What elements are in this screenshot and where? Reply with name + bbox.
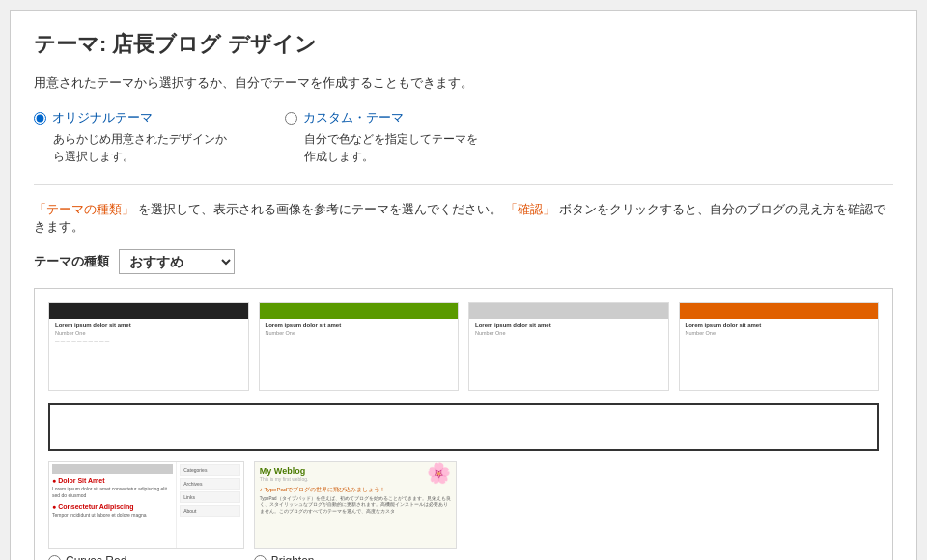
theme-type-row: テーマの種類 おすすめ ビジネス ブログ その他 (34, 249, 893, 274)
theme-header-dark (49, 303, 248, 319)
curves-red-preview-card: ● Dolor Sit Amet Lorem ipsum dolor sit a… (48, 461, 244, 549)
original-theme-option: オリジナルテーマ あらかじめ用意されたデザインから選択します。 (34, 109, 227, 165)
themes-top-row: Lorem ipsum dolor sit amet Number One — … (48, 302, 879, 391)
theme-card-green[interactable]: Lorem ipsum dolor sit amet Number One (259, 302, 460, 391)
brighten-preview-card: My Weblog This is my first weblog. ♪ Typ… (254, 461, 457, 549)
divider (34, 184, 893, 185)
number-light: Number One (475, 330, 662, 337)
info-highlight1: 「テーマの種類」 (34, 202, 134, 216)
brighten-radio[interactable] (254, 555, 267, 561)
theme-content-dark: Lorem ipsum dolor sit amet Number One — … (49, 319, 248, 390)
sidebar-box-2: Archives (180, 478, 240, 490)
custom-desc: 自分で色などを指定してテーマを作成します。 (304, 130, 478, 165)
number-dark: Number One (55, 330, 242, 337)
theme-type-select[interactable]: おすすめ ビジネス ブログ その他 (119, 249, 235, 274)
page-container: テーマ: 店長ブログ デザイン 用意されたテーマから選択するか、自分でテーマを作… (10, 10, 917, 560)
sidebar-box-1: Categories (180, 464, 240, 476)
info-text: 「テーマの種類」 を選択して、表示される画像を参考にテーマを選んでください。 「… (34, 201, 893, 236)
theme-card-dark[interactable]: Lorem ipsum dolor sit amet Number One — … (48, 302, 249, 391)
curves-red-label: Curves Red (66, 554, 126, 560)
brighten-label: Brighten (271, 554, 315, 560)
curves-red-radio[interactable] (48, 555, 61, 561)
custom-theme-option: カスタム・テーマ 自分で色などを指定してテーマを作成します。 (285, 109, 478, 165)
number-green: Number One (266, 330, 453, 337)
lorem-orange: Lorem ipsum dolor sit amet (686, 322, 873, 328)
original-label: オリジナルテーマ (52, 109, 153, 126)
radio-section: オリジナルテーマ あらかじめ用意されたデザインから選択します。 カスタム・テーマ… (34, 109, 893, 165)
theme-content-light: Lorem ipsum dolor sit amet Number One (469, 319, 668, 390)
curves-left-col: ● Dolor Sit Amet Lorem ipsum dolor sit a… (49, 462, 176, 548)
brighten-label-row: Brighten (254, 554, 457, 560)
theme-header-light (469, 303, 668, 319)
curves-right-col: Categories Archives Links About (176, 462, 243, 548)
my-weblog-subtitle: This is my first weblog. (260, 476, 451, 482)
info-text-part1: を選択して、表示される画像を参考にテーマを選んでください。 (138, 202, 502, 216)
theme-card-light[interactable]: Lorem ipsum dolor sit amet Number One (468, 302, 669, 391)
selection-highlight-box (48, 403, 879, 451)
brighten-flowers-icon: 🌸 (427, 462, 451, 485)
themes-panel: Lorem ipsum dolor sit amet Number One — … (34, 288, 893, 560)
info-highlight2: 「確認」 (505, 202, 555, 216)
brighten-body-text: TypePad（タイプパッド）を使えば、初めてブログを始めることができます。見栄… (260, 496, 451, 515)
page-title: テーマ: 店長ブログ デザイン (34, 30, 893, 59)
original-radio[interactable] (34, 112, 46, 125)
subtitle: 用意されたテーマから選択するか、自分でテーマを作成することもできます。 (34, 74, 893, 92)
themes-bottom-row: ● Dolor Sit Amet Lorem ipsum dolor sit a… (48, 461, 879, 560)
sidebar-box-4: About (180, 505, 240, 517)
sidebar-box-3: Links (180, 491, 240, 503)
original-desc: あらかじめ用意されたデザインから選択します。 (53, 130, 227, 165)
theme-type-label: テーマの種類 (34, 253, 109, 270)
lorem-light: Lorem ipsum dolor sit amet (475, 322, 662, 328)
typepad-promo: ♪ TypePadでブログの世界に飛び込みましょう！ (260, 486, 451, 494)
curves-top-bar (52, 464, 173, 474)
curves-red-card[interactable]: ● Dolor Sit Amet Lorem ipsum dolor sit a… (48, 461, 244, 560)
theme-card-orange[interactable]: Lorem ipsum dolor sit amet Number One (679, 302, 880, 391)
curves-red-label-row: Curves Red (48, 554, 244, 560)
number-orange: Number One (686, 330, 873, 337)
theme-header-orange (680, 303, 879, 319)
custom-radio[interactable] (285, 112, 297, 125)
custom-label: カスタム・テーマ (303, 109, 404, 126)
theme-content-green: Lorem ipsum dolor sit amet Number One (260, 319, 459, 390)
theme-content-orange: Lorem ipsum dolor sit amet Number One (680, 319, 879, 390)
lorem-green: Lorem ipsum dolor sit amet (266, 322, 453, 328)
my-weblog-title: My Weblog (260, 466, 451, 476)
brighten-card[interactable]: My Weblog This is my first weblog. ♪ Typ… (254, 461, 457, 560)
theme-header-green (260, 303, 459, 319)
lorem-dark: Lorem ipsum dolor sit amet (55, 322, 242, 328)
